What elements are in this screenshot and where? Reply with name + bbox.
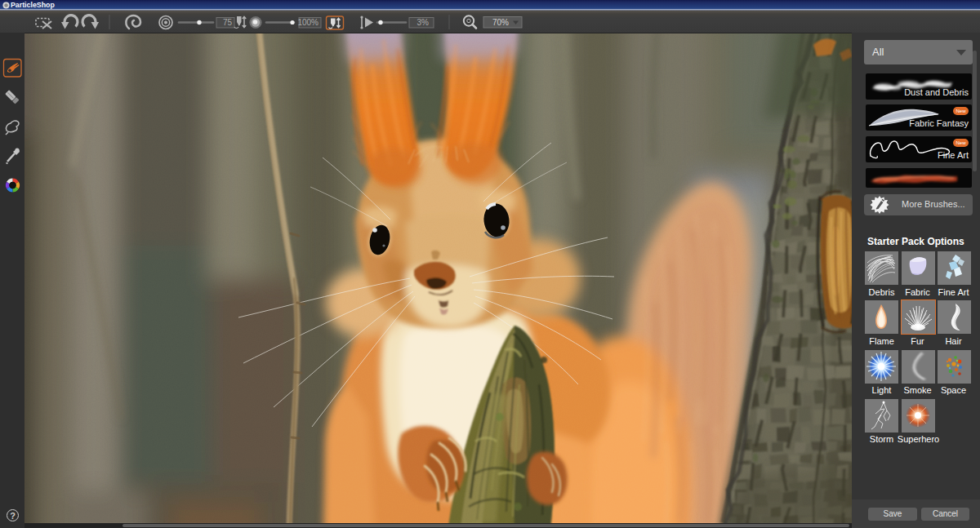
svg-text:70%: 70% (492, 18, 509, 27)
svg-text:100%: 100% (297, 18, 318, 27)
svg-text:75: 75 (223, 18, 233, 27)
svg-text:3%: 3% (417, 18, 430, 27)
